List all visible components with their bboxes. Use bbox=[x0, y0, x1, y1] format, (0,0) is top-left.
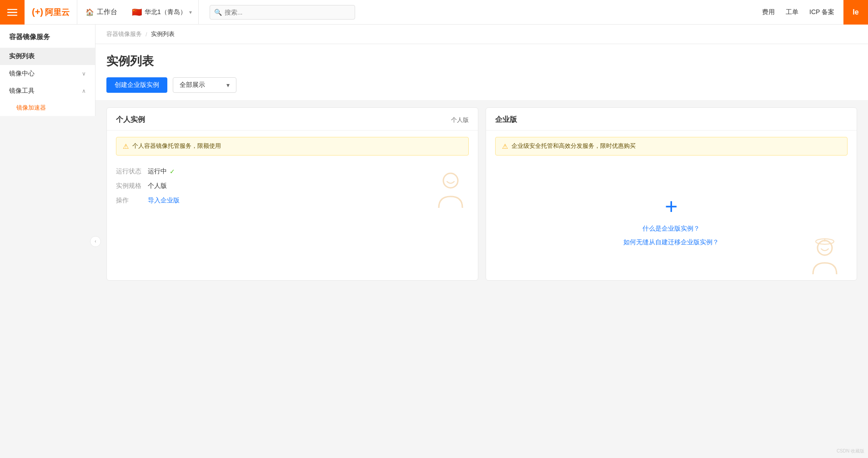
person-illustration bbox=[432, 171, 469, 214]
sidebar-collapse-button[interactable]: ‹ bbox=[90, 236, 101, 247]
instances-grid: 个人实例 个人版 ⚠ 个人容器镜像托管服务，限额使用 运行状态 运行中 ✓ bbox=[106, 107, 857, 281]
personal-card-tag: 个人版 bbox=[451, 116, 469, 124]
personal-instance-card: 个人实例 个人版 ⚠ 个人容器镜像托管服务，限额使用 运行状态 运行中 ✓ bbox=[106, 107, 478, 281]
sidebar-item-instances[interactable]: 实例列表 bbox=[0, 48, 95, 65]
enterprise-warning-banner: ⚠ 企业级安全托管和高效分发服务，限时优惠购买 bbox=[495, 137, 848, 156]
enterprise-center: + 什么是企业版实例？ 如何无缝从自建迁移企业版实例？ bbox=[486, 162, 857, 280]
enterprise-card-title: 企业版 bbox=[495, 115, 517, 125]
filter-select[interactable]: 全部展示 ▾ bbox=[173, 77, 236, 93]
region-selector[interactable]: 🇨🇳 华北1（青岛） ▾ bbox=[125, 0, 199, 25]
page-header: 实例列表 创建企业版实例 全部展示 ▾ bbox=[95, 44, 868, 100]
filter-label: 全部展示 bbox=[180, 81, 205, 89]
workbench-link[interactable]: 🏠 工作台 bbox=[77, 8, 125, 16]
sidebar-wrap: 容器镜像服务 实例列表 镜像中心 ∨ 镜像工具 ∧ 镜像加速器 镜像工具 bbox=[0, 25, 95, 458]
region-flag: 🇨🇳 bbox=[132, 7, 142, 17]
personal-card-header: 个人实例 个人版 bbox=[107, 108, 478, 131]
warning-icon: ⚠ bbox=[123, 142, 129, 151]
sidebar-item-tools-label: 镜像工具 bbox=[9, 87, 82, 95]
breadcrumb: 容器镜像服务 / 实例列表 bbox=[95, 25, 868, 44]
chevron-down-icon: ∨ bbox=[82, 70, 86, 77]
watermark: CSDN 收藏版 bbox=[837, 448, 864, 454]
status-label: 运行状态 bbox=[116, 167, 148, 176]
svg-point-4 bbox=[818, 241, 832, 255]
sidebar-item-registry-label: 镜像中心 bbox=[9, 70, 82, 78]
sidebar-subitem-accelerator-label: 镜像加速器 bbox=[16, 104, 46, 112]
svg-rect-1 bbox=[7, 12, 17, 13]
user-avatar[interactable]: Ie bbox=[843, 0, 868, 25]
action-label: 操作 bbox=[116, 196, 148, 205]
status-value: 运行中 ✓ bbox=[148, 167, 175, 176]
sidebar: 容器镜像服务 实例列表 镜像中心 ∨ 镜像工具 ∧ 镜像加速器 镜像工具 bbox=[0, 25, 95, 116]
toolbar: 创建企业版实例 全部展示 ▾ bbox=[106, 77, 857, 93]
workbench-label: 工作台 bbox=[97, 8, 117, 16]
page-title: 实例列表 bbox=[106, 53, 857, 69]
content-area: 容器镜像服务 / 实例列表 实例列表 创建企业版实例 全部展示 ▾ 个人实例 bbox=[95, 25, 868, 458]
fee-link[interactable]: 费用 bbox=[762, 8, 775, 16]
warning-icon: ⚠ bbox=[502, 142, 508, 151]
sidebar-item-instances-label: 实例列表 bbox=[9, 52, 86, 60]
breadcrumb-service[interactable]: 容器镜像服务 bbox=[106, 30, 142, 38]
icp-link[interactable]: ICP 备案 bbox=[809, 8, 834, 16]
home-icon: 🏠 bbox=[85, 8, 94, 16]
search-icon: 🔍 bbox=[214, 9, 222, 16]
spec-value: 个人版 bbox=[148, 182, 167, 190]
main-layout: 容器镜像服务 实例列表 镜像中心 ∨ 镜像工具 ∧ 镜像加速器 镜像工具 bbox=[0, 25, 868, 458]
spec-row: 实例规格 个人版 bbox=[116, 182, 469, 190]
logo-icon: (+) bbox=[32, 7, 43, 17]
search-input[interactable] bbox=[210, 5, 355, 20]
create-enterprise-button[interactable]: 创建企业版实例 bbox=[106, 77, 167, 93]
order-link[interactable]: 工单 bbox=[786, 8, 798, 16]
svg-rect-0 bbox=[7, 9, 17, 10]
svg-point-3 bbox=[443, 173, 458, 188]
chevron-up-icon: ∧ bbox=[82, 88, 86, 94]
chevron-down-icon: ▾ bbox=[189, 9, 192, 15]
logo[interactable]: (+) 阿里云 bbox=[25, 0, 77, 25]
plus-icon: + bbox=[665, 196, 677, 217]
logo-text: 阿里云 bbox=[45, 7, 70, 18]
enterprise-instance-card: 企业版 ⚠ 企业级安全托管和高效分发服务，限时优惠购买 + 什么是企业版实例？ … bbox=[486, 107, 858, 281]
status-row: 运行状态 运行中 ✓ bbox=[116, 167, 469, 176]
import-enterprise-link[interactable]: 导入企业版 bbox=[148, 196, 180, 205]
migrate-enterprise-link[interactable]: 如何无缝从自建迁移企业版实例？ bbox=[623, 238, 719, 247]
menu-button[interactable] bbox=[0, 0, 25, 25]
sidebar-subitem-accelerator[interactable]: 镜像加速器 镜像工具 bbox=[0, 100, 95, 116]
svg-rect-2 bbox=[7, 15, 17, 15]
enterprise-illustration bbox=[802, 238, 848, 280]
action-row: 操作 导入企业版 bbox=[116, 196, 469, 205]
personal-warning-banner: ⚠ 个人容器镜像托管服务，限额使用 bbox=[116, 137, 469, 156]
personal-instance-details: 运行状态 运行中 ✓ 实例规格 个人版 操作 导入企业版 bbox=[107, 162, 478, 218]
personal-card-title: 个人实例 bbox=[116, 115, 145, 125]
enterprise-card-header: 企业版 bbox=[486, 108, 857, 131]
breadcrumb-separator: / bbox=[146, 31, 147, 38]
sidebar-item-tools[interactable]: 镜像工具 ∧ bbox=[0, 82, 95, 100]
status-check-icon: ✓ bbox=[170, 168, 175, 175]
chevron-down-icon: ▾ bbox=[226, 81, 230, 89]
breadcrumb-current: 实例列表 bbox=[151, 30, 175, 38]
what-is-enterprise-link[interactable]: 什么是企业版实例？ bbox=[642, 225, 700, 233]
sidebar-service-title: 容器镜像服务 bbox=[0, 25, 95, 48]
main-content: 个人实例 个人版 ⚠ 个人容器镜像托管服务，限额使用 运行状态 运行中 ✓ bbox=[95, 100, 868, 288]
search-wrap: 🔍 bbox=[210, 5, 355, 20]
search-area: 🔍 bbox=[199, 5, 753, 20]
sidebar-item-registry[interactable]: 镜像中心 ∨ bbox=[0, 65, 95, 82]
topnav: (+) 阿里云 🏠 工作台 🇨🇳 华北1（青岛） ▾ 🔍 费用 工单 ICP 备… bbox=[0, 0, 868, 25]
enterprise-warning-text: 企业级安全托管和高效分发服务，限时优惠购买 bbox=[512, 142, 636, 150]
topnav-actions: 费用 工单 ICP 备案 bbox=[753, 8, 843, 16]
personal-warning-text: 个人容器镜像托管服务，限额使用 bbox=[132, 142, 221, 150]
region-name: 华北1（青岛） bbox=[145, 8, 186, 16]
spec-label: 实例规格 bbox=[116, 182, 148, 190]
